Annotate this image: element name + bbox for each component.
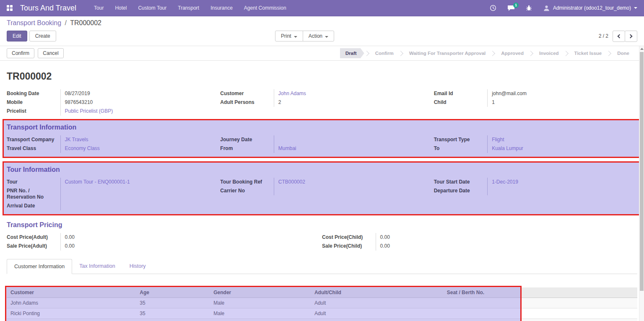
tab-customer-information[interactable]: Customer Information xyxy=(7,259,72,274)
field-value-travel-class[interactable]: Economy Class xyxy=(60,144,210,153)
chevron-separator-icon xyxy=(490,51,495,56)
status-waiting-approval[interactable]: Waiting For Transporter Approval xyxy=(405,48,491,58)
workflow-buttons: Confirm Cancel xyxy=(7,48,66,58)
field-value-booking-date: 08/27/2019 xyxy=(60,89,210,98)
record-title: TR000002 xyxy=(7,71,637,82)
field-value-transport-company[interactable]: JK Travels xyxy=(60,135,210,144)
field-value-journey-date xyxy=(274,135,423,144)
menu-transport[interactable]: Transport xyxy=(178,5,199,11)
chevron-separator-icon xyxy=(528,51,533,56)
main-field-group: Booking Date 08/27/2019 Mobile 987654321… xyxy=(7,89,637,116)
field-value-cost-price-child: 0.00 xyxy=(376,233,637,242)
field-label-child: Child xyxy=(434,98,488,107)
column-header-adult-child[interactable]: Adult/Child xyxy=(311,287,443,298)
messages-icon[interactable]: 1 xyxy=(507,5,515,11)
table-row[interactable]: John Adams 35 Male Adult xyxy=(7,298,637,308)
create-button[interactable]: Create xyxy=(29,31,56,41)
field-value-child: 1 xyxy=(488,98,637,107)
chevron-separator-icon xyxy=(606,51,611,56)
field-label-journey-date: Journey Date xyxy=(220,135,274,144)
field-value-tour-booking-ref[interactable]: CTB000002 xyxy=(274,178,423,186)
field-value-pnr xyxy=(60,186,210,202)
navbar-systray: 1 Administrator (odoo12_tour_demo) xyxy=(490,5,637,12)
cell-age: 35 xyxy=(136,308,210,319)
field-value-customer[interactable]: John Adams xyxy=(274,89,423,98)
field-value-transport-type[interactable]: Flight xyxy=(488,135,637,144)
field-label-cost-price-adult: Cost Price(Adult) xyxy=(7,233,60,242)
activities-clock-icon[interactable] xyxy=(490,5,496,11)
column-header-age[interactable]: Age xyxy=(136,287,210,298)
field-label-travel-class: Travel Class xyxy=(7,144,60,153)
apps-grid-icon[interactable] xyxy=(7,5,13,11)
main-menu: Tour Hotel Custom Tour Transport Insuran… xyxy=(94,5,286,11)
breadcrumb-parent[interactable]: Transport Booking xyxy=(7,19,61,26)
field-label-transport-type: Transport Type xyxy=(434,135,488,144)
tab-history[interactable]: History xyxy=(122,259,153,274)
status-invoiced[interactable]: Invoiced xyxy=(535,48,564,58)
confirm-button[interactable]: Confirm xyxy=(7,48,34,58)
table-row[interactable]: Alan Boarder 5 Male Child xyxy=(7,319,637,321)
status-draft[interactable]: Draft xyxy=(340,48,364,58)
menu-agent-commission[interactable]: Agent Commission xyxy=(244,5,286,11)
field-value-from[interactable]: Mumbai xyxy=(274,144,423,153)
statusbar: Draft Confirm Waiting For Transporter Ap… xyxy=(340,48,634,59)
column-header-seat-berth[interactable]: Seat / Berth No. xyxy=(443,287,637,298)
status-done[interactable]: Done xyxy=(613,48,634,58)
action-menu-button[interactable]: Action xyxy=(303,31,334,41)
pager-previous-button[interactable] xyxy=(613,31,625,42)
status-ticket-issue[interactable]: Ticket Issue xyxy=(570,48,607,58)
tab-tax-information[interactable]: Tax Information xyxy=(72,259,122,274)
field-label-arrival-date: Arrival Date xyxy=(7,202,60,210)
column-header-gender[interactable]: Gender xyxy=(210,287,311,298)
caret-down-icon xyxy=(294,36,297,38)
field-label-adult-persons: Adult Persons xyxy=(220,98,274,107)
control-panel-buttons: Edit Create Print Action 2 / 2 xyxy=(7,30,637,42)
action-label: Action xyxy=(309,33,322,39)
user-menu[interactable]: Administrator (odoo12_tour_demo) xyxy=(543,5,637,12)
transport-pricing-section: Transport Pricing Cost Price(Adult) 0.00… xyxy=(7,221,637,251)
cancel-button[interactable]: Cancel xyxy=(38,48,63,58)
field-value-tour-start-date[interactable]: 1-Dec-2019 xyxy=(488,178,637,186)
status-approved[interactable]: Approved xyxy=(496,48,528,58)
field-label-tour-booking-ref: Tour Booking Ref xyxy=(220,178,274,186)
menu-hotel[interactable]: Hotel xyxy=(115,5,127,11)
cell-adult-child: Adult xyxy=(311,308,443,319)
status-confirm[interactable]: Confirm xyxy=(371,48,398,58)
print-menu-button[interactable]: Print xyxy=(275,31,303,41)
chevron-separator-icon xyxy=(563,51,569,56)
passenger-table: Customer Age Gender Adult/Child Seat / B… xyxy=(7,287,637,321)
app-brand[interactable]: Tours And Travel xyxy=(20,4,76,13)
form-header: Confirm Cancel Draft Confirm Waiting For… xyxy=(0,46,644,61)
field-label-pnr: PNR No. / Reservation No xyxy=(7,186,60,202)
field-label-booking-date: Booking Date xyxy=(7,89,60,98)
menu-custom-tour[interactable]: Custom Tour xyxy=(138,5,166,11)
field-label-cost-price-child: Cost Price(Child) xyxy=(322,233,376,242)
field-value-tour[interactable]: Custom Tour - ENQ000001-1 xyxy=(60,178,210,186)
field-label-pricelist: Pricelist xyxy=(7,107,60,116)
chevron-separator-icon xyxy=(364,51,369,56)
edit-button[interactable]: Edit xyxy=(7,31,27,41)
field-label-to: To xyxy=(434,144,488,153)
field-label-departure-date: Departure Date xyxy=(434,186,488,195)
menu-insurance[interactable]: Insurance xyxy=(210,5,233,11)
breadcrumb-current: TR000002 xyxy=(70,19,101,26)
debug-bug-icon[interactable] xyxy=(526,5,532,11)
scrollbar-thumb[interactable] xyxy=(640,52,644,291)
cell-gender: Male xyxy=(210,298,311,308)
cell-age: 5 xyxy=(136,319,210,321)
field-value-pricelist[interactable]: Public Pricelist (GBP) xyxy=(60,107,210,116)
pager-next-button[interactable] xyxy=(625,31,637,42)
breadcrumb-separator: / xyxy=(65,19,67,26)
caret-down-icon xyxy=(634,7,637,9)
form-sheet: TR000002 Booking Date 08/27/2019 Mobile … xyxy=(0,61,644,321)
scroll-up-arrow[interactable] xyxy=(639,46,644,52)
column-header-customer[interactable]: Customer xyxy=(7,287,136,298)
field-label-email: Email Id xyxy=(434,89,488,98)
table-row[interactable]: Ricki Ponting 35 Male Adult xyxy=(7,308,637,319)
menu-tour[interactable]: Tour xyxy=(94,5,104,11)
cell-customer: Alan Boarder xyxy=(7,319,136,321)
cell-age: 35 xyxy=(136,298,210,308)
breadcrumb: Transport Booking / TR000002 xyxy=(7,19,637,27)
field-value-to[interactable]: Kuala Lumpur xyxy=(488,144,637,153)
field-label-mobile: Mobile xyxy=(7,98,60,107)
